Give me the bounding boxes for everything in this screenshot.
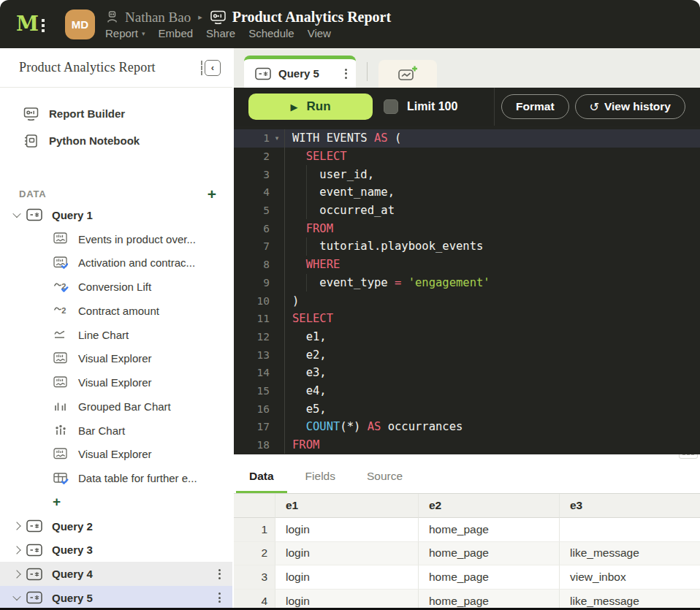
chevron-right-icon[interactable] bbox=[12, 546, 20, 554]
tab-query-5[interactable]: Query 5 bbox=[244, 56, 356, 88]
code-line[interactable]: 14 e3, bbox=[234, 364, 700, 382]
code-line[interactable]: 16 e5, bbox=[234, 400, 700, 418]
collapse-sidebar-button[interactable]: ‹ bbox=[201, 60, 221, 76]
mode-logo-icon[interactable]: M bbox=[16, 14, 45, 34]
tab-strip: Query 5 bbox=[234, 48, 700, 88]
tree-item-bar-chart[interactable]: Bar Chart bbox=[0, 419, 232, 443]
code-text: event_type = 'engagement' bbox=[284, 274, 700, 292]
tree-item-grouped-bar-chart[interactable]: Grouped Bar Chart bbox=[0, 394, 232, 419]
tree-query-row-query-5[interactable]: Query 5 bbox=[0, 586, 232, 608]
tree-item-data-table-for-further-e[interactable]: Data table for further e... bbox=[0, 466, 232, 490]
table-cell[interactable]: login bbox=[275, 590, 419, 608]
code-token: 'engagement' bbox=[408, 276, 490, 289]
limit-checkbox[interactable] bbox=[384, 99, 398, 114]
table-cell[interactable]: like_message bbox=[560, 590, 700, 608]
tree-query-row-query-3[interactable]: Query 3 bbox=[0, 538, 232, 563]
line-number-cell: 12 bbox=[234, 328, 284, 346]
view-history-button[interactable]: ↺ View history bbox=[575, 94, 685, 119]
run-button[interactable]: ▶ Run bbox=[248, 94, 373, 120]
code-line[interactable]: 2 SELECT bbox=[234, 148, 700, 166]
menu-item-label: Report bbox=[105, 27, 138, 39]
code-line[interactable]: 6 FROM bbox=[234, 219, 700, 237]
table-cell[interactable]: login bbox=[275, 542, 419, 566]
row-kebab-menu-icon[interactable] bbox=[218, 569, 221, 579]
code-text: occurred_at bbox=[284, 202, 700, 220]
collapse-dash-icon bbox=[201, 61, 202, 75]
table-cell[interactable]: home_page bbox=[419, 565, 560, 590]
line-number: 16 bbox=[234, 403, 270, 415]
tab-source[interactable]: Source bbox=[354, 464, 416, 493]
tree-item-activation-and-contrac[interactable]: Activation and contrac... bbox=[0, 251, 232, 275]
table-cell[interactable]: login bbox=[275, 518, 419, 542]
code-line[interactable]: 13 e2, bbox=[234, 346, 700, 364]
table-cell[interactable]: home_page bbox=[419, 518, 560, 542]
breadcrumb-report-title: Product Analytics Report bbox=[232, 9, 391, 26]
code-line[interactable]: 1▾WITH EVENTS AS ( bbox=[234, 129, 700, 148]
menu-item-share[interactable]: Share bbox=[206, 27, 235, 39]
code-line[interactable]: 11SELECT bbox=[234, 310, 700, 328]
data-section-header: DATA + bbox=[0, 184, 232, 203]
tab-kebab-menu-icon[interactable] bbox=[345, 69, 347, 79]
tree-item-label: Bar Chart bbox=[78, 424, 125, 437]
history-icon: ↺ bbox=[590, 100, 599, 114]
tree-query-row-query-2[interactable]: Query 2 bbox=[0, 514, 232, 538]
code-line[interactable]: 10) bbox=[234, 291, 700, 310]
add-query-button[interactable]: + bbox=[208, 186, 216, 202]
format-button[interactable]: Format bbox=[501, 94, 569, 119]
column-header-e2[interactable]: e2 bbox=[419, 494, 560, 518]
tree-item-contract-amount[interactable]: 2Contract amount bbox=[0, 299, 232, 323]
tree-item-visual-explorer[interactable]: Visual Explorer bbox=[0, 370, 232, 394]
tree-query-row-query-1[interactable]: Query 1 bbox=[0, 203, 232, 227]
query-label: Query 5 bbox=[52, 592, 93, 604]
panel-resize-handle[interactable] bbox=[679, 454, 698, 459]
table-cell[interactable]: like_message bbox=[560, 542, 700, 566]
menu-item-view[interactable]: View bbox=[308, 27, 331, 39]
code-line[interactable]: 5 occurred_at bbox=[234, 202, 700, 220]
limit-100-toggle[interactable]: Limit 100 bbox=[384, 99, 457, 114]
tree-item-line-chart[interactable]: Line Chart bbox=[0, 323, 232, 347]
line-chart-icon bbox=[53, 329, 69, 340]
code-line[interactable]: 18FROM bbox=[234, 436, 700, 454]
line-number-cell: 4 bbox=[234, 183, 284, 202]
tree-item-events-in-product-over[interactable]: Events in product over... bbox=[0, 227, 232, 251]
tab-data[interactable]: Data bbox=[236, 464, 287, 493]
tree-item-conversion-lift[interactable]: 2Conversion Lift bbox=[0, 275, 232, 299]
table-cell[interactable]: view_inbox bbox=[560, 565, 700, 590]
code-line[interactable]: 15 e4, bbox=[234, 382, 700, 400]
avatar[interactable]: MD bbox=[65, 9, 95, 39]
column-header-e3[interactable]: e3 bbox=[560, 494, 700, 518]
tree-item-visual-explorer[interactable]: Visual Explorer bbox=[0, 347, 232, 371]
add-chart-button[interactable]: + bbox=[0, 490, 232, 514]
table-cell[interactable]: home_page bbox=[419, 542, 560, 566]
sql-editor[interactable]: 1▾WITH EVENTS AS (2 SELECT3 user_id,4 ev… bbox=[234, 126, 700, 454]
new-chart-tab[interactable] bbox=[378, 60, 437, 88]
code-line[interactable]: 12 e1, bbox=[234, 328, 700, 346]
table-cell[interactable]: home_page bbox=[419, 590, 560, 608]
sidebar-item-report-builder[interactable]: Report Builder bbox=[0, 100, 232, 127]
chevron-right-icon[interactable] bbox=[12, 570, 20, 578]
code-line[interactable]: 9 event_type = 'engagement' bbox=[234, 274, 700, 292]
fold-caret-icon[interactable]: ▾ bbox=[270, 134, 284, 142]
row-kebab-menu-icon[interactable] bbox=[218, 592, 221, 603]
code-line[interactable]: 8 WHERE bbox=[234, 256, 700, 274]
code-line[interactable]: 4 event_name, bbox=[234, 183, 700, 202]
chevron-right-icon[interactable] bbox=[12, 522, 20, 530]
menu-item-schedule[interactable]: Schedule bbox=[248, 27, 294, 39]
tree-item-visual-explorer[interactable]: Visual Explorer bbox=[0, 443, 232, 467]
line-number-cell: 18 bbox=[234, 436, 284, 454]
chevron-down-icon[interactable] bbox=[12, 592, 20, 601]
menu-item-report[interactable]: Report▾ bbox=[105, 27, 145, 39]
column-header-e1[interactable]: e1 bbox=[275, 494, 419, 518]
breadcrumb-user[interactable]: Nathan Bao bbox=[125, 9, 191, 26]
table-cell[interactable] bbox=[560, 518, 700, 542]
code-line[interactable]: 17 COUNT(*) AS occurrances bbox=[234, 418, 700, 436]
code-line[interactable]: 7 tutorial.playbook_events bbox=[234, 237, 700, 256]
code-line[interactable]: 3 user_id, bbox=[234, 165, 700, 183]
sidebar-item-python-notebook[interactable]: Python Notebook bbox=[0, 127, 232, 154]
menu-item-embed[interactable]: Embed bbox=[159, 27, 194, 39]
line-number: 8 bbox=[234, 259, 270, 270]
tree-query-row-query-4[interactable]: Query 4 bbox=[0, 562, 232, 586]
table-cell[interactable]: login bbox=[275, 565, 419, 590]
tab-fields[interactable]: Fields bbox=[292, 464, 349, 493]
chevron-down-icon[interactable] bbox=[12, 210, 20, 218]
